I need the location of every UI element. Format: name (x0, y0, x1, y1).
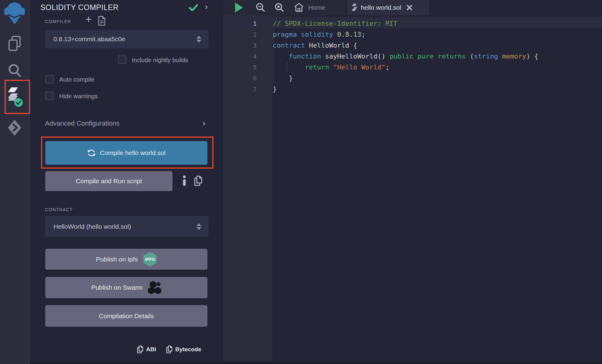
solidity-file-icon (352, 3, 358, 12)
publish-ipfs-label: Publish on Ipfs (96, 256, 138, 263)
compile-success-check-icon (189, 4, 198, 12)
solidity-compiler-panel: SOLIDITY COMPILER › COMPILER + 0.8.13+co… (29, 0, 223, 364)
contract-select-value: HelloWorld (hello world.sol) (45, 223, 197, 230)
code-line-text: return "Hello World"; (257, 62, 389, 73)
hide-warnings-label[interactable]: Hide warnings (59, 93, 98, 100)
tab-home-label: Home (308, 4, 325, 11)
line-number[interactable]: 2 (223, 29, 257, 40)
remix-logo[interactable] (0, 1, 29, 25)
code-line-text: function sayHelloWorld() public pure ret… (257, 51, 538, 62)
publish-swarm-label: Publish on Swarm (91, 284, 142, 291)
advanced-expand-chevron-icon[interactable]: › (203, 119, 205, 127)
compile-and-run-button[interactable]: Compile and Run script (45, 171, 173, 191)
line-number[interactable]: 1 (223, 18, 257, 29)
code-line[interactable]: 7} (223, 84, 602, 95)
editor-tab-bar: Home hello world.sol (223, 0, 602, 15)
tab-hello-world-sol[interactable]: hello world.sol (347, 0, 429, 15)
publish-swarm-button[interactable]: Publish on Swarm (45, 277, 207, 298)
indent-guide (273, 29, 273, 84)
ipfs-icon: IPFS (143, 252, 157, 267)
line-number[interactable]: 5 (223, 62, 257, 73)
contract-section-label: CONTRACT (45, 207, 73, 212)
tab-label: hello world.sol (361, 4, 401, 11)
copy-icon (166, 345, 173, 354)
auto-compile-checkbox[interactable] (45, 75, 54, 83)
hide-warnings-checkbox[interactable] (45, 92, 54, 100)
indent-guide (287, 62, 287, 73)
annotation-box-compiler-icon (5, 80, 30, 114)
terminal-top-edge[interactable] (29, 362, 602, 364)
abi-label: ABI (146, 346, 156, 353)
activity-bar (0, 0, 29, 364)
code-line[interactable]: 4 function sayHelloWorld() public pure r… (223, 51, 602, 62)
zoom-out-icon[interactable] (255, 2, 266, 13)
line-number[interactable]: 6 (223, 73, 257, 84)
code-line[interactable]: 1// SPDX-License-Identifier: MIT (223, 18, 602, 29)
zoom-in-icon[interactable] (274, 2, 285, 13)
compilation-details-label: Compilation Details (99, 312, 154, 320)
close-tab-icon[interactable] (406, 4, 413, 11)
code-line[interactable]: 6 } (223, 73, 602, 84)
line-number[interactable]: 7 (223, 84, 257, 95)
code-line-text: } (257, 84, 277, 95)
include-nightly-label[interactable]: Include nightly builds (132, 57, 188, 64)
code-lines: 1// SPDX-License-Identifier: MIT2pragma … (223, 15, 602, 364)
compiler-section-label: COMPILER (45, 19, 71, 24)
select-arrows-icon (197, 36, 201, 42)
compile-and-run-label: Compile and Run script (76, 177, 142, 185)
include-nightly-checkbox[interactable] (118, 56, 126, 64)
publish-ipfs-button[interactable]: Publish on Ipfs IPFS (45, 249, 207, 270)
line-number[interactable]: 4 (223, 51, 257, 62)
deploy-run-icon[interactable] (0, 120, 29, 136)
code-line-text: contract HelloWorld { (257, 40, 357, 51)
annotation-box-compile-button (41, 136, 214, 169)
select-arrows-icon (197, 223, 201, 230)
copy-bytecode-button[interactable]: Bytecode (166, 345, 201, 354)
auto-compile-label[interactable]: Auto compile (59, 76, 94, 83)
file-explorer-icon[interactable] (0, 35, 29, 52)
code-line-text: } (257, 73, 293, 84)
panel-title: SOLIDITY COMPILER (40, 3, 119, 12)
contract-select[interactable]: HelloWorld (hello world.sol) (45, 216, 208, 237)
code-line[interactable]: 2pragma solidity 0.8.13; (223, 29, 602, 40)
search-icon[interactable] (0, 63, 29, 78)
run-script-play-icon[interactable] (235, 3, 243, 12)
home-icon (294, 2, 304, 12)
add-compiler-icon[interactable]: + (85, 14, 92, 25)
bytecode-label: Bytecode (175, 346, 201, 353)
panel-expand-chevron-icon[interactable]: › (205, 2, 208, 11)
ipfs-icon-label: IPFS (145, 257, 155, 262)
copy-script-icon[interactable] (193, 175, 203, 186)
compilation-details-button[interactable]: Compilation Details (45, 305, 207, 327)
line-number[interactable]: 3 (223, 40, 257, 51)
copy-abi-button[interactable]: ABI (136, 345, 156, 354)
compiler-version-select[interactable]: 0.8.13+commit.abaa5c0e (45, 30, 208, 48)
info-icon[interactable] (182, 175, 187, 186)
copy-icon (136, 345, 144, 354)
advanced-configurations-label[interactable]: Advanced Configurations (45, 120, 120, 127)
editor-area: Home hello world.sol (223, 0, 602, 364)
compiler-doc-icon[interactable] (97, 16, 106, 26)
swarm-icon (148, 280, 162, 295)
compiler-version-value: 0.8.13+commit.abaa5c0e (45, 35, 197, 43)
code-line[interactable]: 3contract HelloWorld { (223, 40, 602, 51)
code-line-text: // SPDX-License-Identifier: MIT (257, 18, 398, 29)
tab-home[interactable]: Home (294, 2, 325, 12)
code-line[interactable]: 5 return "Hello World"; (223, 62, 602, 73)
remix-ide-window: SOLIDITY COMPILER › COMPILER + 0.8.13+co… (0, 0, 602, 364)
